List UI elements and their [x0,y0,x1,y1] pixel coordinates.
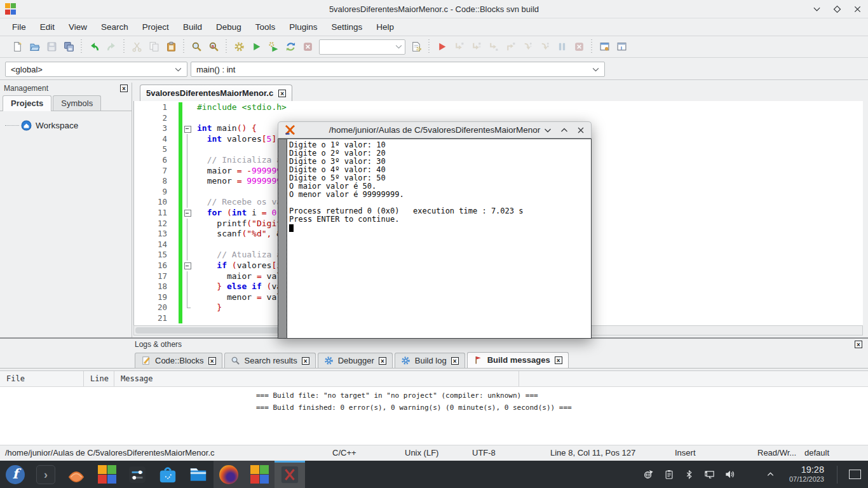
step-into-instruction-button[interactable] [536,39,553,55]
break-debugger-button[interactable] [553,39,571,55]
build-target-combobox[interactable] [319,39,405,55]
tab-projects[interactable]: Projects [3,95,51,111]
clock[interactable]: 19:28 07/12/2023 [789,465,824,483]
log-tab-build-log[interactable]: Build log× [395,353,465,368]
terminal[interactable]: Digite o 1º valor: 10Digite o 2º valor: … [278,139,592,339]
menu-item-plugins[interactable]: Plugins [282,18,324,36]
next-instruction-button[interactable] [519,39,536,55]
show-desktop-button[interactable] [846,466,863,483]
column-message[interactable]: Message [114,371,519,386]
log-tab-search-results[interactable]: Search results× [224,353,316,368]
tree-item-workspace[interactable]: Workspace [5,120,132,131]
cut-button[interactable] [128,39,146,55]
taskbar-button-files-app[interactable] [183,461,214,488]
network-icon[interactable] [643,469,654,480]
build-button[interactable] [231,39,248,55]
close-icon[interactable]: × [855,341,862,348]
chevron-up-icon[interactable] [559,125,569,135]
run-button[interactable] [248,39,265,55]
run-icon [251,41,262,52]
paste-button[interactable] [163,39,180,55]
log-tab-build-messages[interactable]: Build messages× [467,352,569,368]
close-icon[interactable]: × [208,357,216,365]
table-row[interactable]: === Build finished: 0 error(s), 0 warnin… [0,402,868,414]
terminal-scrollbar[interactable] [278,139,287,338]
menu-item-project[interactable]: Project [135,18,176,36]
table-row[interactable]: === Build file: "no target" in "no proje… [0,390,868,402]
chevron-up-icon[interactable] [745,469,756,480]
close-icon[interactable] [576,125,585,135]
menu-item-debug[interactable]: Debug [209,18,248,36]
undo-button[interactable] [86,39,103,55]
column-line[interactable]: Line [84,371,114,386]
taskbar-button-codeblocks-launcher[interactable] [92,461,122,488]
save-file-button[interactable] [43,39,60,55]
close-icon[interactable]: × [302,357,309,365]
build-icon [234,41,245,52]
next-line-button[interactable] [468,39,485,55]
minimize-icon[interactable] [812,4,821,13]
bluetooth-icon[interactable] [684,469,695,480]
rebuild-button[interactable] [282,39,299,55]
stop-debugger-button[interactable] [571,39,588,55]
close-icon[interactable]: × [120,85,128,92]
taskbar-button-codeblocks-window[interactable] [244,461,275,488]
fold-end [183,302,192,313]
close-icon[interactable]: × [278,90,286,97]
menu-item-file[interactable]: File [5,18,33,36]
show-compile-target-button[interactable] [408,39,425,55]
taskbar-button-xterm-window[interactable] [275,461,305,488]
taskbar-button-software-app[interactable] [153,461,183,488]
run-to-cursor-button[interactable] [451,39,468,55]
volume-icon[interactable] [724,469,736,480]
debugging-windows-button[interactable] [596,39,613,55]
new-file-button[interactable] [9,39,26,55]
close-icon[interactable]: × [555,356,562,364]
step-into-button[interactable] [485,39,502,55]
various-info-button[interactable]: i [613,39,630,55]
tab-symbols[interactable]: Symbols [53,95,101,111]
scope-combobox[interactable]: <global> [5,62,187,77]
redo-button[interactable] [103,39,120,55]
abort-build-button[interactable] [299,39,316,55]
taskbar-button-firefox-window[interactable] [214,461,244,488]
fold-guide [183,271,192,282]
menu-item-settings[interactable]: Settings [325,18,370,36]
editor-tab[interactable]: 5valoresDiferentesMaiorMenor.c × [140,85,292,101]
replace-button[interactable]: a [205,39,222,55]
fold-collapse-icon[interactable] [183,123,192,134]
function-combobox[interactable]: main() : int [191,62,605,77]
log-tab-debugger[interactable]: Debugger× [318,353,393,368]
fold-collapse-icon[interactable] [183,261,192,271]
xterm-titlebar[interactable]: /home/junior/Aulas de C/5valoresDiferent… [278,121,592,139]
chevron-down-icon[interactable] [543,125,552,135]
step-out-button[interactable] [502,39,519,55]
taskbar-button-terminal-app[interactable]: › [31,461,61,488]
close-icon[interactable]: × [379,357,386,365]
fold-collapse-icon[interactable] [183,208,192,219]
menu-item-build[interactable]: Build [176,18,209,36]
taskbar-button-cinnamon-app[interactable] [61,461,92,488]
close-icon[interactable] [853,4,862,13]
taskbar-button-settings-app[interactable] [122,461,153,488]
find-button[interactable] [188,39,205,55]
open-file-button[interactable] [26,39,43,55]
menu-item-tools[interactable]: Tools [248,18,283,36]
menu-item-search[interactable]: Search [94,18,135,36]
column-file[interactable]: File [0,371,84,386]
function-value: main() : int [196,65,235,74]
save-all-files-button[interactable] [60,39,78,55]
copy-button[interactable] [146,39,163,55]
close-icon[interactable]: × [451,357,459,365]
build-and-run-button[interactable] [265,39,282,55]
display-icon[interactable] [704,469,715,480]
chevron-up-icon[interactable] [765,469,776,480]
debug-continue-button[interactable] [433,39,451,55]
menu-item-help[interactable]: Help [369,18,401,36]
menu-item-edit[interactable]: Edit [33,18,62,36]
maximize-icon[interactable] [832,4,841,13]
clipboard-icon[interactable] [663,469,675,480]
log-tab-code-blocks[interactable]: Code::Blocks× [135,353,222,368]
menu-item-view[interactable]: View [62,18,94,36]
taskbar-button-fedora-menu[interactable]: f [0,461,31,488]
